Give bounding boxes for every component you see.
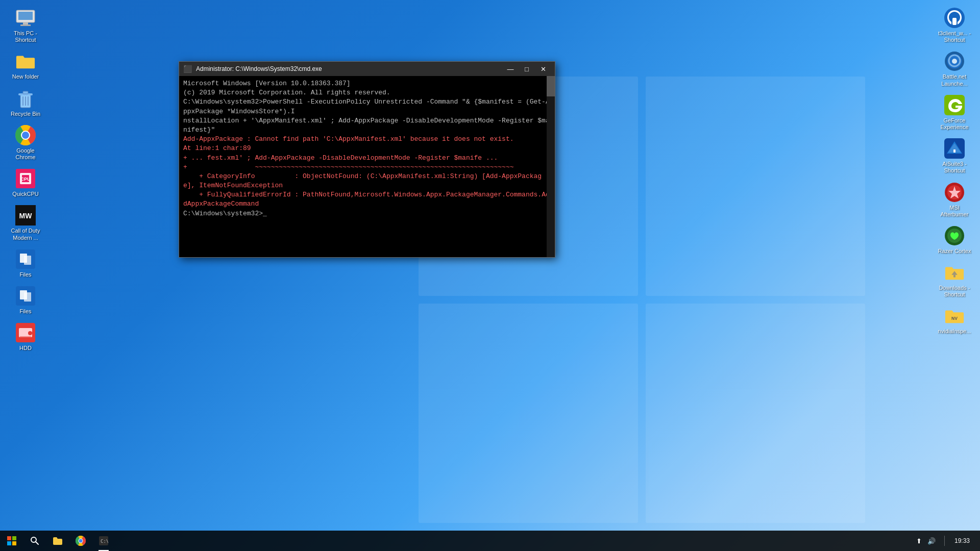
files2-icon	[15, 286, 36, 306]
taskbar-clock[interactable]: 19:33	[949, 531, 975, 551]
cmd-line: + ... fest.xml' ; Add-AppxPackage -Disab…	[183, 154, 551, 163]
downloads-shortcut-icon	[944, 262, 965, 283]
this-pc-label: This PC - Shortcut	[8, 30, 43, 43]
cmd-body[interactable]: Microsoft Windows [Version 10.0.18363.38…	[179, 76, 555, 257]
new-folder-label: New folder	[12, 73, 39, 80]
tray-divider	[944, 536, 945, 546]
desktop-icon-hdd[interactable]: HDD	[5, 320, 46, 354]
t3client-icon	[944, 8, 965, 28]
svg-rect-30	[952, 18, 957, 25]
desktop-icon-call-of-duty[interactable]: MW Call of Duty Modern ...	[5, 203, 46, 243]
new-folder-icon	[15, 51, 36, 71]
cmd-line: nstallLocation + '\AppxManifest.xml' ; A…	[183, 116, 551, 135]
cmd-close-button[interactable]: ✕	[535, 64, 551, 74]
tray-icons-area: ⬆ 🔊	[911, 537, 940, 545]
files1-label: Files	[19, 271, 31, 278]
win-pane-bottomleft	[419, 304, 638, 523]
desktop-icon-quickcpu[interactable]: CPU QuickCPU	[5, 166, 46, 200]
desktop-icon-files1[interactable]: Files	[5, 246, 46, 281]
svg-text:MW: MW	[19, 212, 33, 220]
cmd-scrollbar[interactable]	[547, 76, 555, 257]
svg-rect-21	[24, 256, 31, 265]
windows-icon	[7, 536, 16, 545]
svg-rect-24	[24, 292, 31, 302]
svg-rect-3	[20, 24, 31, 26]
desktop-icon-new-folder[interactable]: New folder	[5, 48, 46, 83]
taskbar-cmd-button[interactable]: C:\	[92, 531, 115, 551]
aisuite3-label: AiSuite3 - Shortcut	[937, 161, 972, 174]
svg-point-12	[22, 132, 29, 139]
desktop-icons-right: t3client_w... - Shortcut Battle.net Laun…	[929, 0, 980, 343]
cmd-line: + FullyQualifiedErrorId : PathNotFound,M…	[183, 190, 551, 209]
svg-rect-36	[953, 149, 955, 153]
svg-point-52	[79, 539, 82, 543]
quickcpu-icon: CPU	[15, 168, 36, 189]
aisuite3-icon	[944, 138, 965, 159]
desktop-icon-razer-cortex[interactable]: Razer Cortex	[934, 223, 975, 257]
cmd-line: (c) 2019 Microsoft Corporation. All righ…	[183, 88, 551, 97]
tray-network-icon[interactable]: ⬆	[915, 537, 923, 545]
desktop-icon-t3client[interactable]: t3client_w... - Shortcut	[934, 5, 975, 46]
desktop-icon-google-chrome[interactable]: Google Chrome	[5, 122, 46, 163]
svg-rect-47	[12, 541, 16, 545]
quickcpu-label: QuickCPU	[12, 191, 38, 197]
desktop-icon-battlenet[interactable]: Battle.net Launche...	[934, 48, 975, 89]
files1-icon	[15, 249, 36, 269]
msi-afterburner-icon	[944, 182, 965, 203]
cmd-output: Microsoft Windows [Version 10.0.18363.38…	[183, 79, 551, 218]
taskbar-tray: ⬆ 🔊 19:33	[906, 531, 980, 551]
chrome-icon	[15, 125, 36, 145]
cmd-title-icon: ⬛	[183, 65, 192, 73]
downloads-shortcut-label: Downloads - Shortcut	[937, 285, 972, 298]
geforce-icon	[944, 95, 965, 115]
desktop-icon-downloads-shortcut[interactable]: Downloads - Shortcut	[934, 260, 975, 300]
svg-point-33	[952, 59, 957, 64]
recycle-bin-label: Recycle Bin	[11, 111, 40, 117]
desktop-icon-this-pc[interactable]: This PC - Shortcut	[5, 5, 46, 46]
cmd-maximize-button[interactable]: □	[519, 64, 534, 74]
win-pane-topright	[646, 77, 865, 296]
call-of-duty-label: Call of Duty Modern ...	[8, 228, 43, 241]
cmd-minimize-button[interactable]: —	[503, 64, 518, 74]
desktop-icon-nvidia-inspector[interactable]: NV nvidiaInspe...	[934, 303, 975, 337]
svg-text:C:\: C:\	[101, 539, 108, 544]
cmd-line: Microsoft Windows [Version 10.0.18363.38…	[183, 79, 551, 88]
cmd-title-text: Administrator: C:\Windows\System32\cmd.e…	[196, 65, 499, 72]
desktop-icon-recycle-bin[interactable]: Recycle Bin	[5, 86, 46, 120]
desktop-icon-geforce[interactable]: GeForce Experience	[934, 92, 975, 133]
chrome-taskbar-icon	[76, 536, 86, 546]
start-button[interactable]	[0, 531, 23, 551]
taskbar-search-button[interactable]	[23, 531, 46, 551]
cmd-scrollbar-thumb[interactable]	[547, 76, 555, 96]
svg-rect-28	[20, 336, 31, 337]
nvidia-inspector-label: nvidiaInspe...	[938, 328, 971, 335]
taskbar-explorer-button[interactable]	[46, 531, 69, 551]
recycle-bin-icon	[15, 88, 36, 109]
tray-volume-icon[interactable]: 🔊	[927, 537, 936, 545]
svg-rect-6	[23, 91, 28, 94]
this-pc-icon	[15, 8, 36, 28]
cmd-line: Add-AppxPackage : Cannot find path 'C:\A…	[183, 135, 551, 144]
clock-time: 19:33	[954, 537, 970, 544]
battlenet-icon	[944, 51, 965, 71]
svg-point-27	[28, 331, 32, 335]
desktop-icon-files2[interactable]: Files	[5, 283, 46, 317]
call-of-duty-icon: MW	[15, 205, 36, 226]
svg-text:CPU: CPU	[20, 177, 30, 182]
svg-rect-42	[953, 274, 955, 277]
cmd-controls: — □ ✕	[503, 64, 551, 74]
geforce-label: GeForce Experience	[937, 117, 972, 131]
svg-rect-44	[7, 536, 11, 540]
win-pane-bottomright	[646, 304, 865, 523]
cmd-line: + CategoryInfo : ObjectNotFound: (C:\App…	[183, 172, 551, 190]
taskbar-chrome-button[interactable]	[69, 531, 92, 551]
desktop-icon-msi-afterburner[interactable]: MSI Afterburner	[934, 180, 975, 220]
hdd-label: HDD	[19, 345, 32, 352]
svg-rect-46	[7, 541, 11, 545]
svg-rect-1	[18, 12, 33, 20]
cmd-line: C:\Windows\system32>_	[183, 209, 551, 218]
cmd-titlebar[interactable]: ⬛ Administrator: C:\Windows\System32\cmd…	[179, 62, 555, 76]
google-chrome-label: Google Chrome	[8, 147, 43, 161]
desktop-icon-aisuite3[interactable]: AiSuite3 - Shortcut	[934, 136, 975, 177]
razer-cortex-icon	[944, 226, 965, 246]
